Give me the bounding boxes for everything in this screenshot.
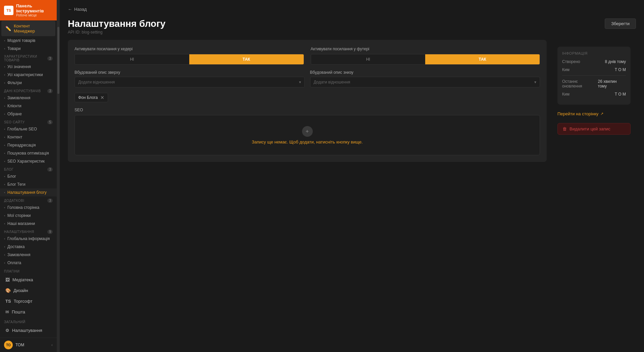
sidebar-sub-item-orders[interactable]: Замовлення bbox=[0, 94, 57, 102]
sidebar-sub-item-all-chars[interactable]: Усі характеристики bbox=[0, 71, 57, 79]
info-updated-value: 26 хвилин тому bbox=[598, 79, 626, 89]
footer-toggle-no[interactable]: НІ bbox=[311, 54, 426, 64]
dropdown-row: Вбудований опис зверху Додати відношення… bbox=[75, 70, 540, 87]
sidebar-sub-item-orders-settings[interactable]: Замовлення bbox=[0, 251, 57, 259]
sidebar-sub-label: Клієнти bbox=[7, 104, 21, 108]
header-toggle-group: Активувати посилання у хедері НІ ТАК bbox=[75, 47, 304, 65]
desc-bottom-label: Вбудований опис знизу bbox=[310, 70, 540, 75]
toggle-row: Активувати посилання у хедері НІ ТАК Акт… bbox=[75, 47, 540, 65]
sidebar-header[interactable]: TS Панель інструментів Робоче місце bbox=[0, 0, 57, 20]
sidebar-sub-label: Оплата bbox=[7, 260, 21, 265]
footer-toggle-label: Активувати посилання у футері bbox=[311, 47, 540, 51]
sidebar-sub-item-content[interactable]: Контент bbox=[0, 133, 57, 141]
sidebar-group-label: ДАНІ КОРИСТУВАЧІВ bbox=[4, 89, 41, 93]
seo-empty-text: Запису ще немає. Щоб додати, натисніть к… bbox=[252, 139, 363, 144]
sidebar-sub-item-filters[interactable]: Фільтри bbox=[0, 79, 57, 87]
mail-icon: ✉ bbox=[5, 309, 9, 314]
sidebar-sub-item-payment[interactable]: Оплата bbox=[0, 259, 57, 267]
sidebar-sub-item-seo-char[interactable]: SEO Характеристик bbox=[0, 157, 57, 165]
sidebar-sub-label: Товари bbox=[7, 46, 20, 51]
sidebar-sub-item-delivery[interactable]: Доставка bbox=[0, 243, 57, 251]
desc-top-group: Вбудований опис зверху Додати відношення… bbox=[75, 70, 305, 87]
tag-row: Фон Блога ✕ bbox=[75, 93, 540, 102]
sidebar-sub-item-blog-settings[interactable]: Налаштування блогу bbox=[0, 188, 57, 196]
sidebar-item-settings[interactable]: ⚙ Налаштування bbox=[1, 325, 55, 336]
sidebar-sub-item-clients[interactable]: Клієнти bbox=[0, 102, 57, 110]
sidebar-sub-item-global-seo[interactable]: Глобальне SEO bbox=[0, 125, 57, 133]
sidebar-sub-label: Моделі товарів bbox=[7, 38, 35, 43]
sidebar-sub-item-redirect[interactable]: Переадресація bbox=[0, 141, 57, 149]
sidebar-sub-label: Пошукова оптимізація bbox=[7, 151, 49, 156]
sidebar-item-design[interactable]: 🎨 Дизайн bbox=[1, 285, 55, 296]
sidebar-sub-item-my-pages[interactable]: Мої сторінки bbox=[0, 212, 57, 220]
tag-close-button[interactable]: ✕ bbox=[100, 95, 104, 100]
footer-toggle-group: Активувати посилання у футері НІ ТАК bbox=[311, 47, 540, 65]
sidebar-scrollbar[interactable] bbox=[57, 0, 60, 352]
header-toggle-no[interactable]: НІ bbox=[75, 54, 189, 64]
sidebar-sub-label: Усі значення bbox=[7, 64, 31, 69]
arrow-left-icon: ← bbox=[68, 7, 72, 12]
sidebar-group-label: ДОДАТКОВІ bbox=[4, 199, 24, 202]
sidebar-sub-item-favorites[interactable]: Обране bbox=[0, 110, 57, 118]
back-navigation[interactable]: ← Назад bbox=[68, 7, 636, 12]
sidebar-header-text: Панель інструментів Робоче місце bbox=[16, 3, 53, 17]
sidebar-sub-item-all-values[interactable]: Усі значення bbox=[0, 63, 57, 71]
chevron-down-icon: ▾ bbox=[534, 80, 536, 84]
sidebar-sub-label: Усі характеристики bbox=[7, 72, 43, 77]
info-created-by-label: Ким bbox=[562, 67, 569, 72]
sidebar-sub-label: Глобальна інформація bbox=[7, 236, 50, 241]
info-updated-by-value: Т О М bbox=[615, 92, 626, 97]
gear-icon: ⚙ bbox=[5, 328, 9, 333]
desc-bottom-placeholder: Додати відношення bbox=[314, 80, 350, 84]
sidebar-sub-item-main-page[interactable]: Головна сторінка bbox=[0, 203, 57, 212]
sidebar-app-title: Панель інструментів bbox=[16, 3, 53, 13]
main-content: ← Назад Налаштування блогу API ID: blog-… bbox=[60, 0, 644, 352]
sidebar-item-mail[interactable]: ✉ Пошта bbox=[1, 307, 55, 317]
sidebar-sub-item-blog-tags[interactable]: Блог Теги bbox=[0, 180, 57, 188]
info-updated-label: Останнє оновлення bbox=[562, 79, 598, 89]
chevron-left-icon: ‹ bbox=[51, 343, 53, 347]
add-icon: + bbox=[302, 126, 313, 137]
sidebar-sub-label: Переадресація bbox=[7, 143, 36, 148]
sidebar-group-user-data: ДАНІ КОРИСТУВАЧІВ 3 bbox=[0, 87, 57, 94]
sidebar-group-characteristics: ХАРАКТЕРИСТИКИ ТОВАРІВ 3 bbox=[0, 53, 57, 63]
sidebar-sub-item-models[interactable]: Моделі товарів bbox=[0, 37, 57, 45]
desc-top-select[interactable]: Додати відношення ▾ bbox=[75, 77, 305, 87]
sidebar-sub-label: Контент bbox=[7, 135, 22, 139]
goto-page-link[interactable]: Перейти на сторінку ↗ bbox=[557, 109, 631, 119]
sidebar-group-badge: 3 bbox=[47, 56, 53, 61]
sidebar-sub-item-goods[interactable]: Товари bbox=[0, 45, 57, 53]
header-toggle-label: Активувати посилання у хедері bbox=[75, 47, 304, 51]
info-updated-by-label: Ким bbox=[562, 92, 569, 97]
sidebar-scrollbar-thumb[interactable] bbox=[57, 27, 59, 94]
page-title: Налаштування блогу bbox=[68, 18, 165, 29]
desc-top-placeholder: Додати відношення bbox=[78, 80, 115, 84]
delete-button[interactable]: 🗑 Видалити цей запис bbox=[557, 123, 631, 135]
header-toggle-yes[interactable]: ТАК bbox=[189, 54, 304, 64]
seo-empty-box: + Запису ще немає. Щоб додати, натисніть… bbox=[75, 115, 540, 155]
save-button[interactable]: Зберегти bbox=[605, 18, 636, 29]
sidebar-item-media[interactable]: 🖼 Медіатека bbox=[1, 275, 55, 285]
sidebar-item-content-manager[interactable]: ✏️ Контент Менеджер bbox=[1, 21, 55, 36]
sidebar-footer[interactable]: TO ТОМ ‹ bbox=[0, 338, 57, 352]
seo-section: SEO + Запису ще немає. Щоб додати, натис… bbox=[75, 108, 540, 155]
sidebar-sub-item-blog[interactable]: Блог bbox=[0, 172, 57, 180]
info-divider bbox=[562, 75, 626, 76]
page-api-id: API ID: blog-setting bbox=[68, 30, 165, 35]
sidebar-sub-label: Блог Теги bbox=[7, 182, 26, 187]
back-label: Назад bbox=[74, 7, 87, 12]
sidebar-footer-username: ТОМ bbox=[15, 343, 49, 347]
sidebar-sub-item-search-opt[interactable]: Пошукова оптимізація bbox=[0, 149, 57, 157]
sidebar-nav: ✏️ Контент Менеджер Моделі товарів Товар… bbox=[0, 20, 57, 338]
sidebar-item-label: Контент Менеджер bbox=[14, 23, 51, 34]
image-icon: 🖼 bbox=[5, 277, 10, 282]
desc-bottom-select[interactable]: Додати відношення ▾ bbox=[310, 77, 540, 87]
info-created-value: 8 днів тому bbox=[605, 59, 626, 64]
sidebar-sub-label: Головна сторінка bbox=[7, 205, 39, 210]
info-created-by-value: Т О М bbox=[615, 67, 626, 72]
sidebar-sub-item-our-stores[interactable]: Наші магазини bbox=[0, 220, 57, 228]
sidebar-sub-item-global-info[interactable]: Глобальна інформація bbox=[0, 235, 57, 243]
footer-toggle-yes[interactable]: ТАК bbox=[425, 54, 540, 64]
sidebar-item-torgsoft[interactable]: TS Торгсофт bbox=[1, 296, 55, 306]
sidebar-group-label: ХАРАКТЕРИСТИКИ ТОВАРІВ bbox=[4, 55, 47, 62]
